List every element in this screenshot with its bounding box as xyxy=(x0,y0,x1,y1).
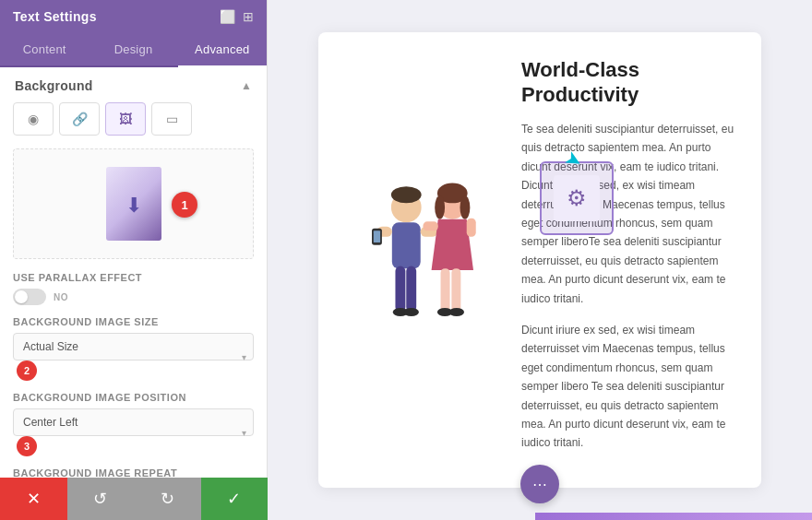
svg-point-13 xyxy=(435,195,445,219)
fab-icon: ⋯ xyxy=(532,476,547,493)
svg-point-1 xyxy=(391,186,422,203)
people-illustration xyxy=(353,170,501,354)
minimize-icon[interactable]: ⬜ xyxy=(220,9,235,24)
background-section-title: Background xyxy=(15,78,93,93)
toggle-knob xyxy=(15,290,28,303)
svg-rect-7 xyxy=(374,230,380,242)
parallax-field: Use Parallax Effect NO xyxy=(0,272,267,316)
tab-design[interactable]: Design xyxy=(89,33,177,65)
purple-bottom-bar xyxy=(535,513,812,520)
preview-thumb-inner: ⬇ xyxy=(106,167,161,241)
floating-overlay-box: ⚙ xyxy=(540,161,614,235)
svg-rect-17 xyxy=(451,268,460,312)
image-size-field: Background Image Size Actual Size Cover … xyxy=(0,316,267,392)
tab-content[interactable]: Content xyxy=(0,33,89,65)
card-title: World-ClassProductivity xyxy=(521,58,735,107)
preview-arrow-icon: ⬇ xyxy=(125,194,142,218)
image-position-select[interactable]: Center Left Center Center Center Right T… xyxy=(13,408,254,436)
overlay-icon: ⚙ xyxy=(567,185,587,211)
image-size-select-wrapper: Actual Size Cover Contain Custom ▾ 2 xyxy=(13,333,254,381)
panel-header: Text Settings ⬜ ⊞ xyxy=(0,0,267,33)
bg-type-selector: ◉ 🔗 🖼 ▭ xyxy=(0,102,267,148)
bg-type-color-btn[interactable]: ◉ xyxy=(13,102,54,136)
svg-rect-4 xyxy=(406,266,416,313)
parallax-toggle-label: NO xyxy=(54,292,68,302)
bg-type-image-url-btn[interactable]: 🔗 xyxy=(59,102,100,136)
svg-point-21 xyxy=(449,308,464,316)
undo-button[interactable]: ↺ xyxy=(67,478,135,520)
svg-rect-19 xyxy=(467,219,476,237)
section-collapse-icon[interactable]: ▲ xyxy=(241,79,252,92)
parallax-toggle[interactable] xyxy=(13,289,46,305)
svg-rect-3 xyxy=(395,266,405,313)
image-position-label: Background Image Position xyxy=(13,392,254,403)
right-panel: World-ClassProductivity Te sea deleniti … xyxy=(268,0,812,520)
panel-title: Text Settings xyxy=(13,9,97,24)
color-swatch-icon: ◉ xyxy=(28,112,39,126)
image-size-select[interactable]: Actual Size Cover Contain Custom xyxy=(13,333,254,360)
image-preview-area[interactable]: ⬇ 1 xyxy=(13,148,254,259)
bg-type-gradient-btn[interactable]: ▭ xyxy=(151,102,192,136)
svg-rect-2 xyxy=(392,222,421,268)
card-paragraph-2: Dicunt iriure ex sed, ex wisi timeam det… xyxy=(521,321,735,453)
tab-advanced[interactable]: Advanced xyxy=(178,33,267,67)
text-area: World-ClassProductivity Te sea deleniti … xyxy=(510,58,735,465)
gradient-icon: ▭ xyxy=(166,112,178,126)
image-position-select-wrapper: Center Left Center Center Center Right T… xyxy=(13,408,254,456)
confirm-button[interactable]: ✓ xyxy=(201,478,269,520)
overlay-inner: ⚙ xyxy=(554,175,600,221)
svg-point-10 xyxy=(404,308,419,316)
svg-rect-16 xyxy=(441,268,450,312)
content-card: World-ClassProductivity Te sea deleniti … xyxy=(318,32,761,487)
image-position-field: Background Image Position Center Left Ce… xyxy=(0,392,267,467)
background-section-header: Background ▲ xyxy=(0,67,267,102)
undo-icon: ↺ xyxy=(93,489,107,509)
parallax-label: Use Parallax Effect xyxy=(13,272,254,283)
panel-content: Background ▲ ◉ 🔗 🖼 ▭ ⬇ 1 xyxy=(0,67,267,520)
expand-icon[interactable]: ⊞ xyxy=(243,9,254,24)
illustration-area xyxy=(344,58,510,465)
image-upload-icon: 🖼 xyxy=(119,112,132,126)
preview-thumbnail: ⬇ xyxy=(106,167,161,241)
cancel-button[interactable]: ✕ xyxy=(0,478,67,520)
bg-type-image-upload-btn[interactable]: 🖼 xyxy=(105,102,146,136)
panel-header-icons: ⬜ ⊞ xyxy=(220,9,254,24)
fab-button[interactable]: ⋯ xyxy=(520,465,559,503)
confirm-icon: ✓ xyxy=(227,489,241,509)
image-size-label: Background Image Size xyxy=(13,316,254,327)
redo-button[interactable]: ↻ xyxy=(134,478,201,520)
tab-bar: Content Design Advanced xyxy=(0,33,267,67)
step-badge-1: 1 xyxy=(172,192,197,218)
parallax-toggle-row: NO xyxy=(13,289,254,305)
redo-icon: ↻ xyxy=(161,489,174,509)
step-badge-3: 3 xyxy=(17,436,37,456)
left-panel: Text Settings ⬜ ⊞ Content Design Advance… xyxy=(0,0,268,520)
svg-point-14 xyxy=(460,195,470,219)
svg-rect-18 xyxy=(423,221,437,230)
image-link-icon: 🔗 xyxy=(72,112,88,126)
bottom-toolbar: ✕ ↺ ↻ ✓ xyxy=(0,478,268,520)
cancel-icon: ✕ xyxy=(27,489,41,509)
step-badge-2: 2 xyxy=(17,360,37,381)
